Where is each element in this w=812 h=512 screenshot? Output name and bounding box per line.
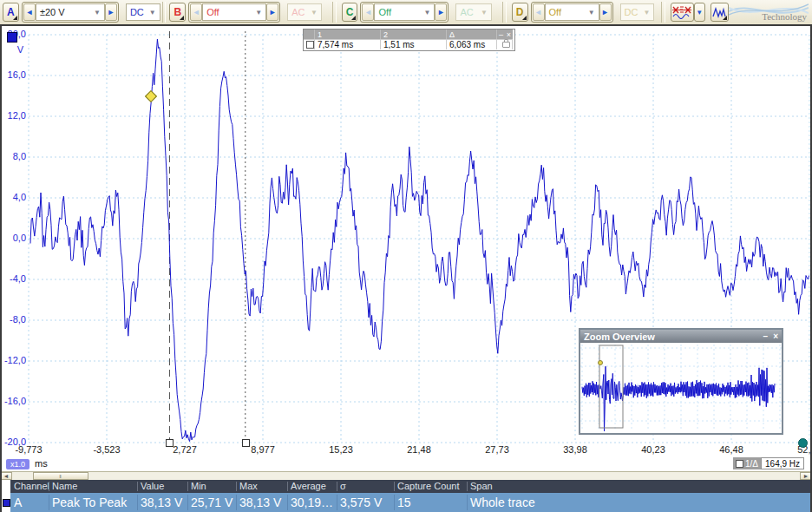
plot-left-border	[0, 26, 2, 512]
measurement-row[interactable]: A Peak To Peak 38,13 V 25,71 V 38,13 V 3…	[10, 493, 812, 512]
grip-icon: ‖	[59, 474, 62, 479]
column-divider	[236, 482, 237, 491]
channel-toolbar: A ◄ ±20 V ▼ ► DC ▼ B ◄ Off ▼ ►	[0, 0, 812, 24]
ruler-checkbox-cell	[304, 39, 315, 49]
probes-dropdown-button[interactable]: ▼	[694, 3, 705, 22]
x-tick-label: 27,73	[475, 444, 519, 455]
col-name: Name	[52, 480, 77, 493]
zoom-overview-panel: Zoom Overview – ×	[579, 328, 783, 435]
range-decrease-arrow-icon[interactable]: ◄	[362, 3, 374, 21]
ruler-box-controls: – ×	[497, 30, 513, 39]
toolbar-separator	[502, 2, 507, 23]
frequency-readout: 1/Δ 164,9 Hz	[733, 457, 804, 469]
dropdown-corner-icon	[13, 16, 17, 20]
right-arrow-icon: ►	[803, 473, 809, 479]
ruler-checkbox[interactable]	[306, 41, 314, 49]
horizontal-scrollbar[interactable]: ◄ ‖ ►	[0, 471, 812, 480]
channel-c-button[interactable]: C	[342, 3, 358, 22]
column-divider	[187, 482, 188, 491]
channel-b-coupling-value: AC	[291, 7, 304, 17]
col-value: Value	[141, 480, 164, 493]
toolbar-separator	[332, 2, 337, 23]
y-tick-label: 8,0	[0, 151, 26, 161]
chevron-down-icon: ▼	[307, 9, 321, 16]
channel-d-coupling-value: DC	[625, 7, 638, 17]
ruler-box-corner	[304, 30, 315, 39]
x-tick-label: -9,773	[7, 444, 50, 455]
range-increase-arrow-icon[interactable]: ►	[266, 3, 278, 21]
left-arrow-icon: ◄	[3, 473, 10, 479]
channel-a-range-select[interactable]: ±20 V ▼	[36, 3, 105, 21]
column-divider	[287, 482, 288, 491]
awg-button[interactable]	[710, 3, 730, 22]
zoom-overview-chart[interactable]	[580, 343, 782, 433]
ruler1-value: 7,574 ms	[315, 39, 381, 49]
dropdown-corner-icon	[351, 16, 356, 20]
pico-technology-logo: Technology	[729, 1, 809, 23]
cell-span: Whole trace	[470, 493, 535, 512]
y-tick-label: 4,0	[0, 192, 26, 202]
channel-b-range-group: ◄ Off ▼ ►	[188, 2, 280, 23]
channel-b-button[interactable]: B	[169, 3, 186, 22]
y-axis-unit: V	[0, 44, 23, 55]
range-decrease-arrow-icon[interactable]: ◄	[23, 3, 36, 21]
channel-c-range-select[interactable]: Off ▼	[374, 3, 435, 21]
cell-channel: A	[14, 493, 22, 512]
channel-a-axis-indicator[interactable]	[7, 32, 17, 43]
minimize-icon[interactable]: –	[763, 331, 769, 341]
minimize-icon[interactable]: –	[499, 30, 503, 39]
chevron-down-icon: ▼	[421, 9, 435, 16]
ruler-handle-2[interactable]	[242, 439, 250, 447]
column-divider	[394, 482, 395, 491]
ruler-handle-1[interactable]	[166, 439, 174, 447]
channel-d-range-group: ◄ Off ▼ ►	[531, 2, 613, 23]
ruler-readout-box: 1 2 Δ – × 7,574 ms 1,51 ms 6,063 ms	[303, 29, 515, 51]
cell-capture-count: 15	[397, 493, 411, 512]
scroll-left-button[interactable]: ◄	[0, 472, 12, 480]
range-increase-arrow-icon[interactable]: ►	[599, 3, 612, 21]
col-max: Max	[239, 480, 258, 493]
channel-d-range-select[interactable]: Off ▼	[545, 3, 599, 21]
channel-c-range-group: ◄ Off ▼ ►	[360, 2, 449, 23]
chevron-down-icon: ▼	[696, 9, 703, 16]
x-tick-label: 15,23	[319, 444, 363, 455]
channel-a-button[interactable]: A	[3, 3, 19, 22]
channel-b-range-select[interactable]: Off ▼	[202, 3, 266, 21]
freq-value: 164,9 Hz	[761, 457, 804, 469]
toolbar-separator	[162, 2, 167, 23]
x-scale-badge[interactable]: x1.0	[6, 459, 29, 469]
probes-xex-button[interactable]	[671, 3, 694, 22]
y-tick-label: 0,0	[0, 233, 26, 243]
range-decrease-arrow-icon[interactable]: ◄	[190, 3, 202, 21]
close-icon[interactable]: ×	[773, 331, 778, 341]
scrollbar-thumb[interactable]: ‖	[33, 472, 88, 480]
chevron-down-icon: ▼	[585, 9, 599, 16]
range-increase-arrow-icon[interactable]: ►	[105, 3, 117, 21]
overview-trace	[582, 366, 775, 431]
range-increase-arrow-icon[interactable]: ►	[435, 3, 447, 21]
cell-sigma: 3,575 V	[340, 493, 382, 512]
range-decrease-arrow-icon[interactable]: ◄	[533, 3, 545, 21]
column-divider	[49, 482, 49, 491]
col-min: Min	[191, 480, 206, 493]
chevron-down-icon: ▼	[477, 9, 491, 16]
y-tick-label: -4,0	[0, 273, 26, 284]
channel-d-button[interactable]: D	[512, 3, 528, 22]
chevron-down-icon: ▼	[639, 9, 653, 16]
toolbar-separator	[661, 2, 665, 23]
zoom-overview-titlebar[interactable]: Zoom Overview – ×	[580, 330, 782, 343]
channel-a-coupling-select[interactable]: DC ▼	[126, 3, 160, 21]
dropdown-corner-icon	[723, 16, 727, 20]
close-icon[interactable]: ×	[507, 30, 511, 39]
freq-checkbox[interactable]	[736, 460, 743, 468]
picoscope-window: A ◄ ±20 V ▼ ► DC ▼ B ◄ Off ▼ ►	[0, 0, 812, 512]
channel-c-coupling-select: AC ▼	[455, 3, 492, 21]
lock-icon[interactable]	[502, 42, 510, 48]
logo-text: Technology	[762, 11, 807, 22]
axis-end-dot[interactable]	[798, 438, 808, 448]
x-tick-label: 40,23	[632, 444, 675, 455]
channel-a-range-group: ◄ ±20 V ▼ ►	[22, 2, 119, 23]
x-tick-label: 21,48	[397, 444, 441, 455]
y-tick-label: 16,0	[0, 69, 26, 80]
delta-value: 6,063 ms	[447, 39, 497, 49]
